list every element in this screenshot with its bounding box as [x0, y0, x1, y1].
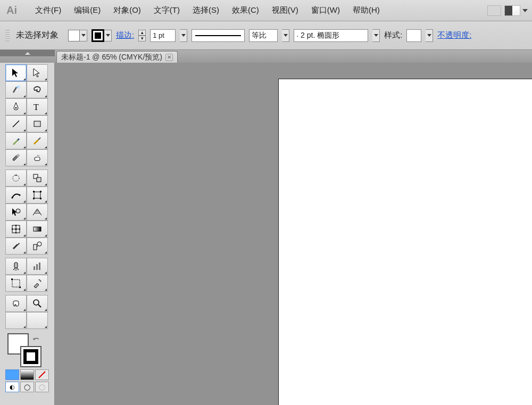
- swap-fill-stroke-icon[interactable]: ⤺: [33, 334, 39, 343]
- svg-point-33: [15, 269, 16, 271]
- perspective-grid-tool[interactable]: [27, 204, 48, 221]
- svg-rect-6: [35, 157, 40, 161]
- scale-mode-dropdown[interactable]: [282, 29, 289, 42]
- workspace-icon[interactable]: [504, 5, 520, 16]
- canvas-area[interactable]: [55, 63, 532, 405]
- svg-point-1: [15, 107, 17, 109]
- svg-rect-31: [14, 263, 18, 268]
- undefined[interactable]: [5, 312, 27, 329]
- selection-tool[interactable]: [5, 64, 27, 81]
- stroke-width-input[interactable]: 1 pt: [150, 29, 176, 42]
- brush-definition-dropdown[interactable]: [372, 29, 380, 42]
- grip-icon: [5, 30, 10, 41]
- stroke-profile-select[interactable]: [192, 29, 245, 42]
- svg-rect-4: [34, 121, 40, 126]
- blob-brush-tool[interactable]: [5, 149, 27, 166]
- stroke-swatch[interactable]: [92, 29, 104, 42]
- rectangle-tool[interactable]: [27, 115, 48, 132]
- free-transform-tool[interactable]: [27, 187, 48, 204]
- menu-select[interactable]: 选择(S): [186, 3, 226, 18]
- menu-object[interactable]: 对象(O): [107, 3, 147, 18]
- svg-rect-39: [39, 263, 40, 270]
- svg-rect-37: [34, 266, 35, 270]
- svg-line-45: [39, 372, 45, 378]
- menu-type[interactable]: 文字(T): [147, 3, 186, 18]
- close-tab-icon[interactable]: ✕: [165, 54, 173, 61]
- opacity-link[interactable]: 不透明度:: [437, 30, 471, 40]
- menu-window[interactable]: 窗口(W): [305, 3, 346, 18]
- pencil-tool[interactable]: [27, 132, 48, 149]
- direct-selection-tool[interactable]: [27, 64, 48, 81]
- svg-point-11: [12, 197, 13, 199]
- fill-stroke-section: ⤺: [0, 332, 54, 368]
- rotate-tool[interactable]: [5, 170, 27, 187]
- color-mode-none[interactable]: [35, 369, 49, 380]
- document-tab[interactable]: 未标题-1 @ 65% (CMYK/预览) ✕: [56, 51, 178, 63]
- menu-edit[interactable]: 编辑(E): [68, 3, 107, 18]
- menu-effect[interactable]: 效果(C): [226, 3, 265, 18]
- symbol-sprayer-tool[interactable]: [5, 258, 27, 275]
- paintbrush-tool[interactable]: [5, 132, 27, 149]
- stroke-color-swatch[interactable]: [20, 346, 41, 367]
- artboard-tool[interactable]: [5, 275, 27, 292]
- color-mode-gradient[interactable]: [20, 369, 34, 380]
- fill-dropdown[interactable]: [80, 30, 87, 41]
- svg-rect-17: [40, 198, 41, 199]
- line-segment-tool[interactable]: [5, 115, 27, 132]
- column-graph-tool[interactable]: [27, 258, 48, 275]
- scale-mode-select[interactable]: 等比: [249, 29, 278, 42]
- artboard[interactable]: [278, 79, 532, 405]
- menu-view[interactable]: 视图(V): [265, 3, 305, 18]
- zoom-tool[interactable]: [27, 295, 48, 312]
- width-tool[interactable]: [5, 187, 27, 204]
- graphic-style-select[interactable]: [406, 29, 421, 42]
- scale-tool[interactable]: [27, 170, 48, 187]
- svg-point-23: [12, 229, 13, 230]
- layout-icon[interactable]: [487, 5, 501, 16]
- document-tab-bar: 未标题-1 @ 65% (CMYK/预览) ✕: [0, 50, 532, 63]
- magic-wand-tool[interactable]: [5, 81, 27, 98]
- color-mode-solid[interactable]: [5, 369, 19, 380]
- svg-rect-38: [36, 264, 38, 270]
- panel-collapse-handle[interactable]: [0, 50, 55, 56]
- screen-mode-normal[interactable]: ◐: [5, 382, 19, 392]
- pen-tool[interactable]: [5, 98, 27, 115]
- stroke-width-spinner[interactable]: ▲▼: [138, 30, 146, 41]
- svg-point-26: [15, 232, 16, 233]
- graphic-style-dropdown[interactable]: [426, 29, 433, 42]
- slice-tool[interactable]: [27, 275, 48, 292]
- selection-status: 未选择对象: [16, 30, 59, 41]
- svg-point-43: [34, 300, 39, 305]
- svg-point-8: [13, 175, 19, 181]
- svg-point-22: [15, 229, 17, 230]
- mesh-tool[interactable]: [5, 221, 27, 238]
- workspace-dropdown-icon[interactable]: [522, 9, 528, 12]
- shape-builder-tool[interactable]: [5, 204, 27, 221]
- stroke-link[interactable]: 描边:: [116, 30, 134, 40]
- screen-mode-full[interactable]: ◯: [20, 382, 34, 392]
- blend-tool[interactable]: [27, 238, 48, 255]
- gradient-tool[interactable]: [27, 221, 48, 238]
- eyedropper-tool[interactable]: [5, 238, 27, 255]
- lasso-tool[interactable]: [27, 81, 48, 98]
- svg-point-29: [37, 242, 41, 246]
- hand-tool[interactable]: [5, 295, 27, 312]
- svg-rect-40: [12, 280, 20, 287]
- svg-text:T: T: [34, 103, 39, 112]
- screen-mode-presentation[interactable]: ◯: [35, 382, 49, 392]
- control-bar: 未选择对象 描边: ▲▼ 1 pt 等比 ·2 pt. 椭圆形 样式: 不透明度…: [0, 21, 532, 50]
- brush-definition-select[interactable]: ·2 pt. 椭圆形: [294, 29, 368, 42]
- stroke-width-dropdown[interactable]: [180, 29, 187, 42]
- stroke-dropdown[interactable]: [104, 30, 112, 41]
- fill-swatch[interactable]: [68, 30, 80, 41]
- svg-point-0: [16, 86, 19, 88]
- svg-rect-16: [33, 198, 35, 199]
- svg-point-24: [19, 229, 20, 230]
- menu-file[interactable]: 文件(F): [29, 3, 68, 18]
- svg-rect-15: [40, 191, 41, 192]
- eraser-tool[interactable]: [27, 149, 48, 166]
- undefined[interactable]: [27, 312, 48, 329]
- type-tool[interactable]: T: [27, 98, 48, 115]
- svg-point-25: [15, 225, 16, 226]
- menu-help[interactable]: 帮助(H): [346, 3, 386, 18]
